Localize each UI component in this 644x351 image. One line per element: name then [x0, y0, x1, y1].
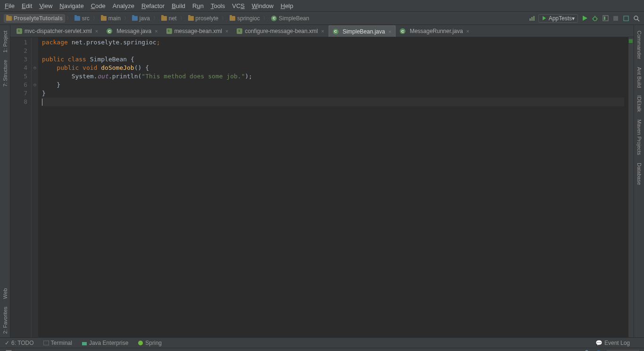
svg-rect-10: [604, 17, 605, 20]
breadcrumb: ProselyteTutorials 〉 src 〉 main 〉 java 〉…: [4, 14, 311, 23]
folder-icon: [74, 16, 80, 21]
tool-ant[interactable]: Ant Build: [636, 67, 642, 88]
breadcrumb-item[interactable]: proselyte: [186, 15, 221, 22]
breadcrumb-item[interactable]: net: [159, 15, 179, 22]
menu-navigate[interactable]: Navigate: [59, 2, 83, 9]
breadcrumb-item[interactable]: java: [130, 15, 152, 22]
menu-refactor[interactable]: Refactor: [141, 2, 165, 9]
class-icon: C: [400, 28, 405, 34]
tool-favorites[interactable]: 2: Favorites: [2, 307, 8, 334]
tool-maven[interactable]: Maven Projects: [636, 119, 642, 155]
status-indicator: [629, 39, 633, 43]
menu-vcs[interactable]: VCS: [232, 2, 245, 9]
tool-window-toggle[interactable]: [5, 350, 12, 351]
folder-icon: [161, 16, 167, 21]
line-numbers: 12345678: [10, 37, 32, 337]
svg-line-14: [637, 19, 639, 21]
close-icon[interactable]: ×: [321, 28, 324, 34]
svg-rect-1: [531, 17, 533, 21]
tool-commander[interactable]: Commander: [636, 31, 642, 59]
close-icon[interactable]: ×: [225, 28, 228, 34]
tab-messagerunner[interactable]: CMessageRunner.java×: [396, 25, 473, 37]
class-icon: C: [271, 16, 277, 21]
search-icon[interactable]: [633, 15, 640, 22]
code-area[interactable]: package net.proselyte.springioc; public …: [38, 37, 628, 337]
tool-terminal[interactable]: Terminal: [43, 340, 72, 346]
run-button[interactable]: [581, 15, 588, 22]
svg-point-17: [138, 341, 143, 345]
tool-jee[interactable]: Java Enterprise: [82, 340, 128, 346]
tool-todo[interactable]: ✓ 6: TODO: [5, 340, 34, 346]
tab-simplebean[interactable]: CSimpleBean.java×: [329, 25, 396, 37]
svg-rect-16: [82, 342, 87, 345]
class-icon: C: [107, 28, 112, 34]
tool-idetalk[interactable]: IDEtalk: [636, 95, 642, 112]
folder-icon: [101, 16, 107, 21]
menu-analyze[interactable]: Analyze: [113, 2, 134, 9]
menu-build[interactable]: Build: [172, 2, 185, 9]
navigation-bar: ProselyteTutorials 〉 src 〉 main 〉 java 〉…: [0, 12, 644, 25]
svg-rect-11: [613, 16, 618, 21]
tab-message-bean[interactable]: message-bean.xml×: [162, 25, 233, 37]
tab-mvc-dispatcher[interactable]: mvc-dispatcher-servlet.xml×: [12, 25, 102, 37]
tool-database[interactable]: Database: [636, 163, 642, 185]
tool-event-log[interactable]: 💬 Event Log: [595, 340, 630, 346]
fold-gutter: ⊖ ⊖: [32, 37, 38, 337]
run-config-selector[interactable]: AppTests ▾: [538, 14, 578, 23]
svg-rect-9: [603, 16, 608, 21]
fold-marker[interactable]: ⊖: [32, 81, 38, 89]
svg-rect-15: [43, 341, 49, 345]
spring-xml-icon: [17, 28, 22, 34]
close-icon[interactable]: ×: [155, 28, 157, 34]
debug-button[interactable]: [591, 15, 599, 22]
menu-view[interactable]: View: [39, 2, 52, 9]
folder-icon: [132, 16, 138, 21]
menu-run[interactable]: Run: [192, 2, 204, 9]
overview-ruler[interactable]: [628, 37, 634, 337]
breadcrumb-item[interactable]: main: [99, 15, 123, 22]
right-tool-rail: Commander Ant Build IDEtalk Maven Projec…: [634, 25, 644, 337]
svg-point-5: [593, 17, 597, 21]
svg-rect-0: [529, 18, 531, 21]
status-bar: Spring Configuration Check: Unmapped Spr…: [0, 348, 644, 351]
breadcrumb-class[interactable]: CSimpleBean: [269, 15, 311, 22]
breadcrumb-item[interactable]: src: [73, 15, 91, 22]
breadcrumb-item[interactable]: springioc: [228, 15, 262, 22]
menu-file[interactable]: File: [5, 2, 15, 9]
svg-marker-3: [543, 16, 546, 20]
tool-spring[interactable]: Spring: [138, 340, 162, 346]
tab-configure-message-bean[interactable]: configure-message-bean.xml×: [232, 25, 328, 37]
menu-bar: File Edit View Navigate Code Analyze Ref…: [0, 0, 644, 12]
stop-button[interactable]: [612, 15, 619, 22]
menu-edit[interactable]: Edit: [22, 2, 32, 9]
svg-marker-4: [583, 16, 587, 21]
folder-icon: [6, 16, 12, 21]
tool-structure[interactable]: 7: Structure: [2, 60, 8, 87]
menu-help[interactable]: Help: [281, 2, 293, 9]
svg-point-13: [634, 16, 638, 20]
fold-marker[interactable]: ⊖: [32, 64, 38, 72]
svg-rect-12: [624, 16, 628, 21]
close-icon[interactable]: ×: [388, 29, 391, 34]
breadcrumb-project[interactable]: ProselyteTutorials: [4, 14, 65, 23]
spring-xml-icon: [166, 28, 172, 34]
tab-message-java[interactable]: CMessage.java×: [102, 25, 162, 37]
folder-icon: [230, 16, 235, 21]
svg-rect-2: [533, 16, 535, 21]
menu-code[interactable]: Code: [91, 2, 106, 9]
folder-icon: [188, 16, 194, 21]
menu-window[interactable]: Window: [252, 2, 273, 9]
code-editor[interactable]: 12345678 ⊖ ⊖ package net.proselyte.sprin…: [10, 37, 634, 337]
tool-web[interactable]: Web: [2, 288, 8, 299]
close-icon[interactable]: ×: [95, 28, 98, 34]
class-icon: C: [333, 29, 339, 34]
editor-tabs: mvc-dispatcher-servlet.xml× CMessage.jav…: [10, 25, 634, 37]
close-icon[interactable]: ×: [466, 28, 469, 34]
caret: [42, 99, 42, 106]
bottom-tool-bar: ✓ 6: TODO Terminal Java Enterprise Sprin…: [0, 337, 644, 348]
coverage-button[interactable]: [602, 15, 609, 22]
make-project-icon[interactable]: [528, 15, 536, 22]
menu-tools[interactable]: Tools: [211, 2, 225, 9]
update-button[interactable]: [622, 15, 630, 22]
tool-project[interactable]: 1: Project: [2, 31, 8, 52]
